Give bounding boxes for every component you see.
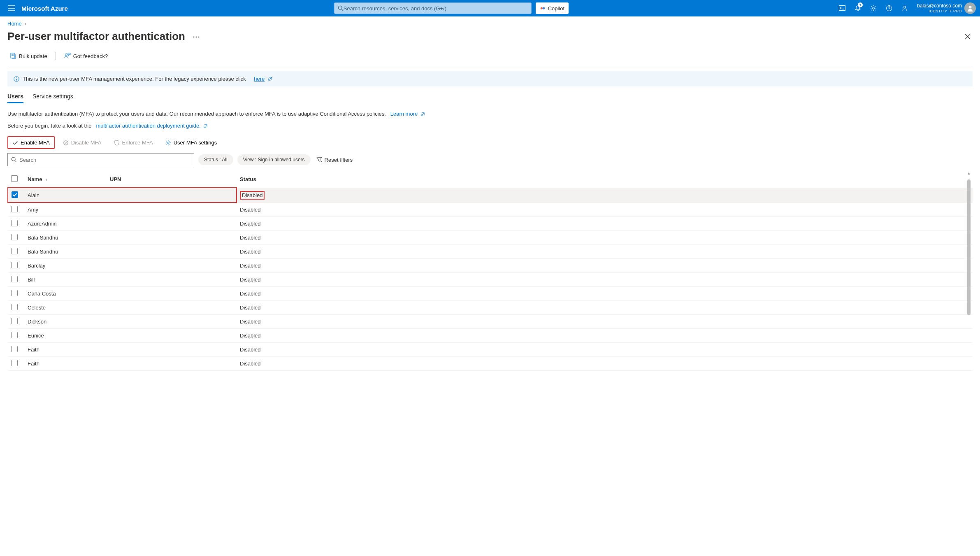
page-header: Per-user multifactor authentication ⋯	[7, 29, 973, 49]
header-icons: 1	[835, 1, 912, 16]
tabs: Users Service settings	[7, 91, 973, 103]
breadcrumb-home[interactable]: Home	[7, 21, 22, 27]
row-name-cell: Carla Costa	[24, 287, 107, 301]
row-upn-cell	[107, 202, 237, 217]
settings-icon[interactable]	[866, 1, 881, 16]
svg-point-7	[969, 6, 972, 9]
row-checkbox-cell	[8, 301, 24, 315]
row-name-cell: AzureAdmin	[24, 217, 107, 231]
deployment-guide-link[interactable]: multifactor authentication deployment gu…	[96, 123, 200, 129]
row-name-cell: Bill	[24, 273, 107, 287]
row-checkbox[interactable]	[11, 206, 18, 212]
bulk-update-button[interactable]: Bulk update	[7, 51, 50, 61]
row-checkbox[interactable]	[11, 248, 18, 254]
row-status-cell: Disabled	[237, 287, 973, 301]
svg-point-13	[167, 142, 169, 143]
tab-users[interactable]: Users	[7, 91, 23, 103]
header-name[interactable]: Name ↑	[24, 171, 107, 188]
row-checkbox[interactable]	[11, 290, 18, 296]
row-name-cell: Bala Sandhu	[24, 231, 107, 245]
table-row[interactable]: Carla CostaDisabled	[8, 287, 973, 301]
feedback-label: Got feedback?	[73, 53, 108, 59]
table-row[interactable]: Bala SandhuDisabled	[8, 245, 973, 259]
external-link-icon	[268, 77, 272, 81]
table-row[interactable]: AlainDisabled	[8, 188, 973, 202]
learn-more-link[interactable]: Learn more	[390, 111, 418, 117]
more-icon[interactable]: ⋯	[193, 32, 200, 41]
row-checkbox-cell	[8, 217, 24, 231]
status-filter-pill[interactable]: Status : All	[198, 154, 233, 165]
copilot-label: Copilot	[548, 5, 564, 12]
row-checkbox[interactable]	[11, 304, 18, 310]
row-checkbox[interactable]	[11, 262, 18, 268]
notification-badge: 1	[858, 2, 863, 7]
scroll-up-icon[interactable]: ▲	[967, 171, 971, 175]
help-icon[interactable]	[882, 1, 896, 16]
row-upn-cell	[107, 217, 237, 231]
chevron-right-icon: ›	[25, 21, 26, 27]
row-status-cell: Disabled	[237, 202, 973, 217]
global-search-input[interactable]	[344, 5, 528, 12]
scroll-thumb[interactable]	[967, 179, 971, 315]
reset-filters-button[interactable]: Reset filters	[316, 157, 353, 163]
row-checkbox-cell	[8, 202, 24, 217]
table-row[interactable]: DicksonDisabled	[8, 315, 973, 329]
bulk-update-label: Bulk update	[19, 53, 47, 59]
header-status[interactable]: Status	[237, 171, 973, 188]
table-row[interactable]: EuniceDisabled	[8, 329, 973, 343]
avatar[interactable]	[964, 2, 976, 14]
header-name-label: Name	[28, 176, 42, 182]
row-checkbox[interactable]	[11, 234, 18, 240]
table-row[interactable]: AzureAdminDisabled	[8, 217, 973, 231]
table-row[interactable]: CelesteDisabled	[8, 301, 973, 315]
brand-label[interactable]: Microsoft Azure	[21, 5, 68, 12]
feedback-button[interactable]: Got feedback?	[62, 51, 111, 61]
tab-service-settings[interactable]: Service settings	[33, 91, 73, 103]
row-status-cell: Disabled	[237, 217, 973, 231]
header-center: Copilot	[68, 2, 835, 14]
row-checkbox[interactable]	[11, 276, 18, 282]
enable-mfa-button[interactable]: Enable MFA	[7, 136, 55, 149]
disable-mfa-button: Disable MFA	[59, 137, 106, 148]
row-checkbox[interactable]	[12, 191, 18, 198]
hamburger-menu-icon[interactable]	[4, 1, 19, 16]
header-upn[interactable]: UPN	[107, 171, 237, 188]
close-icon[interactable]	[963, 32, 973, 42]
copilot-button[interactable]: Copilot	[536, 2, 569, 14]
toolbar-divider	[56, 52, 56, 60]
row-checkbox[interactable]	[11, 332, 18, 338]
banner-link[interactable]: here	[254, 76, 265, 82]
notifications-icon[interactable]: 1	[850, 1, 865, 16]
row-checkbox[interactable]	[11, 220, 18, 226]
select-all-checkbox[interactable]	[11, 175, 18, 182]
user-search[interactable]	[7, 153, 194, 166]
svg-point-9	[65, 54, 67, 56]
feedback-icon[interactable]	[897, 1, 912, 16]
table-row[interactable]: FaithDisabled	[8, 357, 973, 371]
search-icon	[338, 5, 344, 11]
row-checkbox[interactable]	[11, 346, 18, 352]
block-icon	[63, 140, 69, 146]
svg-point-0	[338, 6, 342, 9]
row-status-cell: Disabled	[237, 357, 973, 371]
user-search-input[interactable]	[19, 157, 190, 163]
user-mfa-settings-button[interactable]: User MFA settings	[161, 137, 221, 148]
view-filter-pill[interactable]: View : Sign-in allowed users	[237, 154, 311, 165]
table-row[interactable]: AmyDisabled	[8, 202, 973, 217]
table-row[interactable]: BarclayDisabled	[8, 259, 973, 273]
row-name-cell: Dickson	[24, 315, 107, 329]
table-row[interactable]: FaithDisabled	[8, 343, 973, 357]
row-upn-cell	[107, 245, 237, 259]
account-info[interactable]: balas@contoso.com IDENTITY IT PRO	[917, 3, 962, 13]
row-name-cell: Celeste	[24, 301, 107, 315]
search-icon	[11, 157, 17, 163]
table-row[interactable]: Bala SandhuDisabled	[8, 231, 973, 245]
row-checkbox-cell	[8, 259, 24, 273]
global-search[interactable]	[334, 2, 532, 14]
row-checkbox-cell	[8, 188, 24, 202]
table-row[interactable]: BillDisabled	[8, 273, 973, 287]
row-checkbox[interactable]	[11, 360, 18, 366]
row-upn-cell	[107, 273, 237, 287]
row-checkbox[interactable]	[11, 318, 18, 324]
cloud-shell-icon[interactable]	[835, 1, 850, 16]
